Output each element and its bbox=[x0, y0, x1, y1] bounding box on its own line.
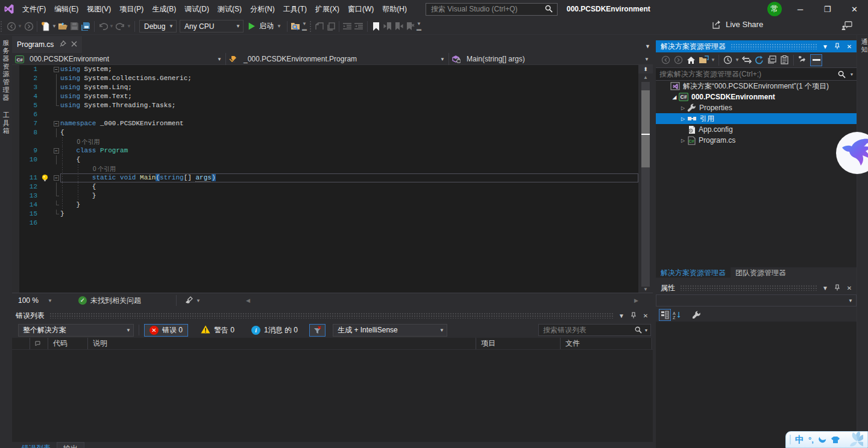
ime-night-mode-icon[interactable] bbox=[818, 435, 826, 444]
find-in-files-icon[interactable] bbox=[290, 20, 301, 33]
editor-vertical-scrollbar[interactable]: ⬍ ▲ ▼ bbox=[638, 65, 653, 293]
tree-item-csproj[interactable]: ◢C#000.PCSDKEnvironment bbox=[656, 92, 857, 102]
code-text[interactable]: using System.Threading.Tasks; bbox=[60, 101, 638, 110]
code-text[interactable]: namespace _000.PCSDKEnvironment bbox=[60, 119, 638, 128]
error-list-column-header[interactable]: 项目 bbox=[476, 338, 561, 349]
errors-filter-button[interactable]: ✕ 错误 0 bbox=[144, 324, 188, 337]
tree-item-appconfig[interactable]: App.config bbox=[656, 124, 857, 135]
member-dropdown[interactable]: Main(string[] args) ▼ bbox=[449, 53, 653, 65]
error-list-column-header[interactable]: 文件 bbox=[561, 338, 652, 349]
breakpoint-margin[interactable] bbox=[12, 128, 19, 137]
tab-overflow-dropdown[interactable]: ▼ bbox=[645, 43, 650, 49]
properties-object-combo[interactable]: ▼ bbox=[656, 294, 857, 306]
breakpoint-margin[interactable] bbox=[12, 155, 19, 164]
code-text[interactable]: using System.Text; bbox=[60, 92, 638, 101]
document-health-indicator[interactable]: ✓ 未找到相关问题 bbox=[78, 296, 141, 306]
expanded-arrow-icon[interactable]: ◢ bbox=[670, 95, 679, 100]
code-line[interactable]: 15} bbox=[12, 210, 638, 219]
code-text[interactable]: { bbox=[60, 128, 638, 137]
scrollbar-track[interactable] bbox=[641, 82, 650, 287]
new-file-icon[interactable] bbox=[40, 20, 51, 33]
code-text[interactable]: using System; bbox=[60, 65, 638, 74]
code-text[interactable]: } bbox=[60, 201, 638, 210]
save-icon[interactable] bbox=[69, 20, 80, 33]
toolbar-overflow-dropdown[interactable]: ▼▬ bbox=[301, 21, 307, 32]
code-line[interactable]: 3using System.Linq; bbox=[12, 83, 638, 92]
menu-item[interactable]: 调试(D) bbox=[180, 0, 213, 18]
menu-item[interactable]: 测试(S) bbox=[213, 0, 246, 18]
increase-indent-icon[interactable] bbox=[353, 20, 365, 33]
show-all-files-icon[interactable] bbox=[796, 54, 809, 66]
breakpoint-margin[interactable] bbox=[12, 74, 19, 83]
redo-icon[interactable] bbox=[115, 20, 126, 33]
collapse-region-icon[interactable]: − bbox=[54, 67, 59, 72]
home-icon[interactable] bbox=[685, 54, 697, 66]
clear-bookmarks-icon[interactable] bbox=[404, 20, 416, 33]
menu-item[interactable]: 窗口(W) bbox=[344, 0, 378, 18]
code-editor[interactable]: 1−using System;2using System.Collections… bbox=[12, 65, 653, 293]
pin-icon[interactable] bbox=[629, 312, 638, 320]
refresh-icon[interactable] bbox=[753, 54, 766, 66]
codelens-references[interactable]: 0 个引用 bbox=[77, 138, 99, 145]
toolbar-grip[interactable] bbox=[0, 20, 2, 33]
window-position-dropdown-icon[interactable]: ▼ bbox=[820, 43, 830, 50]
code-line[interactable]: 2using System.Collections.Generic; bbox=[12, 74, 638, 83]
switch-views-dropdown[interactable]: ▼ bbox=[710, 57, 716, 63]
collapse-all-icon[interactable] bbox=[766, 54, 778, 66]
ime-toolbar[interactable]: 中 °‚ bbox=[785, 431, 868, 448]
tree-item-csfile[interactable]: ▷C#Program.cs bbox=[656, 135, 857, 146]
error-list-column-header[interactable]: 说明 bbox=[88, 338, 476, 349]
start-dropdown[interactable]: ▼ bbox=[276, 23, 282, 29]
split-window-handle[interactable]: ⬍ bbox=[638, 65, 653, 73]
pending-changes-filter-icon[interactable] bbox=[722, 54, 734, 66]
code-cleanup-dropdown[interactable]: ▼ bbox=[195, 298, 201, 303]
collapse-region-icon[interactable]: − bbox=[54, 148, 59, 154]
navigate-backward-dropdown[interactable]: ▼ bbox=[17, 23, 23, 29]
code-cleanup-icon[interactable] bbox=[184, 294, 195, 307]
menu-item[interactable]: 帮助(H) bbox=[378, 0, 411, 18]
previous-bookmark-icon[interactable] bbox=[382, 20, 393, 33]
code-line[interactable]: 7−namespace _000.PCSDKEnvironment bbox=[12, 119, 638, 128]
breakpoint-margin[interactable] bbox=[12, 182, 19, 191]
code-text[interactable]: using System.Collections.Generic; bbox=[60, 74, 638, 83]
bookmark-overflow-dropdown[interactable]: ▼▬ bbox=[416, 21, 422, 32]
breakpoint-margin[interactable] bbox=[12, 92, 19, 101]
alphabetical-sort-icon[interactable]: AZ bbox=[671, 309, 683, 321]
navigate-backward-icon[interactable] bbox=[5, 20, 17, 33]
breakpoint-margin[interactable] bbox=[12, 119, 19, 128]
menu-item[interactable]: 编辑(E) bbox=[50, 0, 83, 18]
document-tab-program-cs[interactable]: Program.cs bbox=[12, 36, 82, 53]
menu-item[interactable]: 生成(B) bbox=[148, 0, 180, 18]
bottom-dock-tab[interactable]: 错误列表 bbox=[16, 442, 57, 448]
undo-icon[interactable] bbox=[97, 20, 108, 33]
account-avatar[interactable]: 常 bbox=[767, 2, 782, 16]
code-line[interactable]: 8{ bbox=[12, 128, 638, 137]
error-list-column-header[interactable] bbox=[30, 338, 48, 349]
scroll-right-icon[interactable]: ▶ bbox=[634, 297, 638, 303]
error-list-column-header[interactable]: 代码 bbox=[48, 338, 88, 349]
keep-results-icon[interactable] bbox=[313, 20, 325, 33]
window-position-dropdown-icon[interactable]: ▼ bbox=[617, 313, 626, 319]
warnings-filter-button[interactable]: 警告 0 bbox=[195, 324, 240, 337]
error-list-title-bar[interactable]: 错误列表 ▼ ✕ bbox=[12, 309, 653, 322]
collapsed-arrow-icon[interactable]: ▷ bbox=[679, 105, 687, 111]
code-text[interactable]: static void Main(string[] args) bbox=[60, 173, 638, 182]
notifications-tab[interactable]: 通知 bbox=[858, 38, 868, 54]
code-text[interactable]: { bbox=[60, 155, 638, 164]
property-pages-icon[interactable] bbox=[690, 309, 702, 321]
minimize-button[interactable]: ─ bbox=[787, 0, 814, 18]
breakpoint-margin[interactable] bbox=[12, 164, 19, 173]
restore-button[interactable]: ❐ bbox=[814, 0, 841, 18]
tool-strip-tab[interactable]: 工具箱 bbox=[0, 111, 12, 135]
window-position-dropdown-icon[interactable]: ▼ bbox=[820, 285, 830, 291]
error-list-search-box[interactable]: 搜索错误列表 ▼ bbox=[538, 324, 651, 336]
codelens-row[interactable]: 0 个引用 bbox=[12, 164, 638, 173]
breakpoint-margin[interactable] bbox=[12, 83, 19, 92]
scroll-left-icon[interactable]: ◀ bbox=[246, 297, 250, 303]
code-text[interactable]: 0 个引用 bbox=[60, 137, 638, 146]
menu-item[interactable]: 分析(N) bbox=[246, 0, 279, 18]
project-dropdown[interactable]: C# 000.PCSDKEnvironment ▼ bbox=[12, 53, 226, 65]
collapse-region-icon[interactable]: − bbox=[54, 175, 59, 181]
code-text[interactable] bbox=[60, 219, 638, 228]
tree-item-references[interactable]: ▷引用 bbox=[656, 113, 857, 124]
